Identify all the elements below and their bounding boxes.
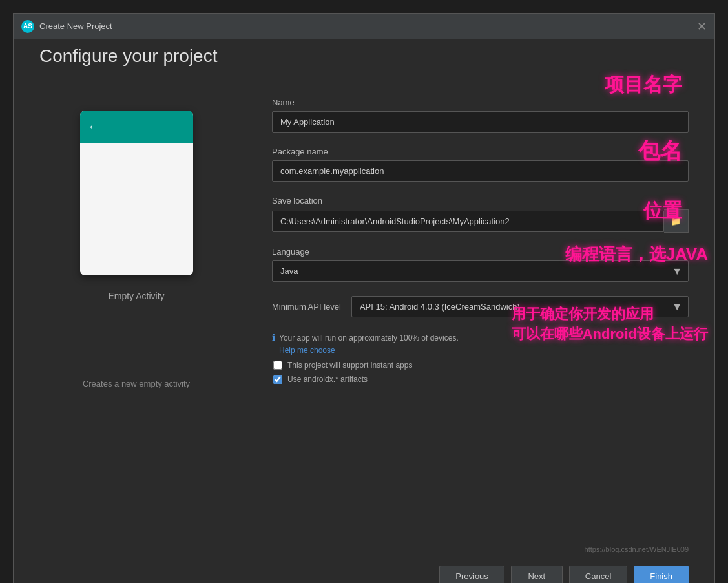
description-text: Creates a new empty activity xyxy=(83,379,190,388)
help-link[interactable]: Help me choose xyxy=(279,346,335,355)
info-content: Your app will run on approximately 100% … xyxy=(279,332,459,355)
cancel-button[interactable]: Cancel xyxy=(569,566,627,583)
checkbox2-label: Use androidx.* artifacts xyxy=(287,375,368,384)
previous-button[interactable]: Previous xyxy=(439,566,504,583)
location-label: Save location xyxy=(272,196,689,206)
name-label: Name xyxy=(272,98,689,107)
title-bar-left: AS Create New Project xyxy=(21,20,112,33)
phone-topbar: ← xyxy=(80,111,193,143)
content-area: Configure your project ← Empty Activity … xyxy=(14,39,714,556)
api-field-group: Minimum API level API 15: Android 4.0.3 … xyxy=(272,296,689,317)
phone-body xyxy=(80,143,193,275)
language-select[interactable]: Java Kotlin xyxy=(272,260,689,282)
info-icon: ℹ xyxy=(272,332,275,343)
name-field-group: Name xyxy=(272,98,689,132)
bottom-bar: Previous Next Cancel Finish xyxy=(14,556,714,583)
package-field-group: Package name xyxy=(272,147,689,182)
main-content: Configure your project ← Empty Activity … xyxy=(14,39,714,556)
info-text: Your app will run on approximately 100% … xyxy=(279,334,459,343)
activity-label: Empty Activity xyxy=(108,291,164,301)
instant-apps-checkbox[interactable] xyxy=(273,361,282,370)
left-panel: ← Empty Activity Creates a new empty act… xyxy=(39,59,233,537)
phone-preview: ← xyxy=(80,111,193,275)
name-input[interactable] xyxy=(272,111,689,132)
package-label: Package name xyxy=(272,147,689,156)
api-select[interactable]: API 15: Android 4.0.3 (IceCreamSandwich)… xyxy=(351,296,689,317)
page-title-container: Configure your project xyxy=(39,46,217,86)
checkbox2-row: Use androidx.* artifacts xyxy=(273,375,689,384)
location-field-group: Save location 📁 xyxy=(272,196,689,233)
app-icon: AS xyxy=(21,20,34,33)
main-window: AS Create New Project ✕ Configure your p… xyxy=(13,13,715,583)
title-bar: AS Create New Project ✕ xyxy=(14,14,714,39)
next-button[interactable]: Next xyxy=(511,566,563,583)
window-title: Create New Project xyxy=(39,21,112,31)
finish-button[interactable]: Finish xyxy=(634,566,689,583)
right-panel: Name Package name Save location 📁 xyxy=(233,98,689,537)
language-select-wrapper: Java Kotlin ▼ xyxy=(272,260,689,282)
info-row: ℹ Your app will run on approximately 100… xyxy=(272,332,689,355)
watermark: https://blog.csdn.net/WENJIE009 xyxy=(585,546,689,553)
package-input[interactable] xyxy=(272,160,689,182)
annotation-project-name: 项目名字 xyxy=(605,72,682,98)
androidx-checkbox[interactable] xyxy=(273,375,282,384)
page-title: Configure your project xyxy=(39,46,217,67)
browse-button[interactable]: 📁 xyxy=(664,209,689,233)
language-field-group: Language Java Kotlin ▼ xyxy=(272,247,689,282)
checkbox1-label: This project will support instant apps xyxy=(287,361,412,370)
close-button[interactable]: ✕ xyxy=(697,21,707,32)
language-label: Language xyxy=(272,247,689,257)
location-input-row: 📁 xyxy=(272,209,689,233)
location-input[interactable] xyxy=(272,211,664,232)
back-arrow-icon: ← xyxy=(88,120,99,134)
api-label: Minimum API level xyxy=(272,302,341,312)
checkbox1-row: This project will support instant apps xyxy=(273,361,689,370)
api-select-wrapper: API 15: Android 4.0.3 (IceCreamSandwich)… xyxy=(351,296,689,317)
